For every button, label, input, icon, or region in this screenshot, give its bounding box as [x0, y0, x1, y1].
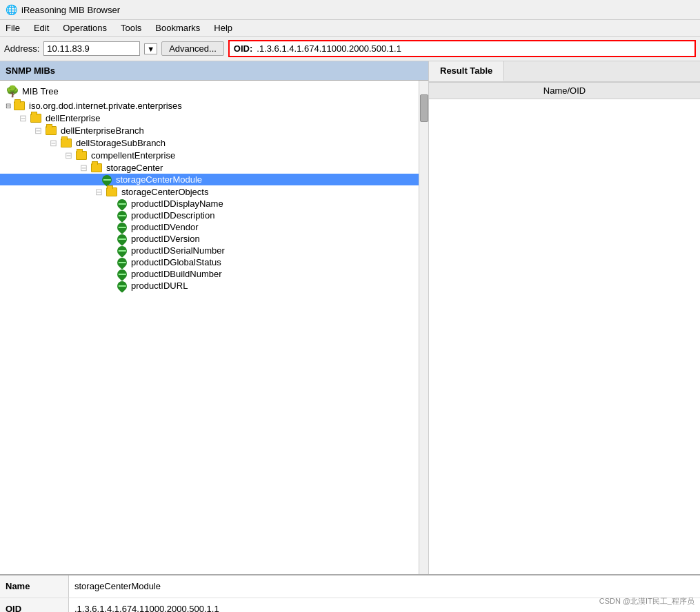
leaf-icon	[115, 279, 129, 293]
node-compellententerprise[interactable]: ⊟ compellentEnterprise	[0, 150, 419, 161]
node-label: storageCenterModule	[116, 174, 202, 185]
app-icon: 🌐	[6, 4, 17, 15]
bottom-panel: Name storageCenterModule OID .1.3.6.1.4.…	[0, 574, 700, 612]
address-bar: Address: ▼ Advanced... OID: .1.3.6.1.4.1…	[0, 37, 700, 61]
node-productidglobalstatus[interactable]: productIDGlobalStatus	[0, 256, 419, 268]
node-productiddisplayname[interactable]: productIDDisplayName	[0, 198, 419, 210]
node-label: productIDDescription	[131, 210, 214, 221]
leaf-icon	[115, 256, 129, 269]
node-productidurl[interactable]: productIDURL	[0, 280, 419, 292]
leaf-icon	[115, 197, 129, 211]
node-label: productIDGlobalStatus	[131, 257, 221, 267]
menu-help[interactable]: Help	[211, 21, 235, 34]
tree-node: ⊟ compellentEnterprise ⊟	[0, 149, 419, 294]
node-label: dellStorageSubBranch	[76, 138, 166, 148]
menu-tools[interactable]: Tools	[118, 21, 144, 34]
node-productidvendor[interactable]: productIDVendor	[0, 221, 419, 233]
node-label: iso.org.dod.internet.private.enterprises	[29, 101, 182, 111]
right-panel: Result Table Name/OID	[429, 61, 700, 574]
node-dellenterprise[interactable]: ⊟ dellEnterprise	[0, 112, 419, 124]
node-label: dellEnterprise	[46, 113, 101, 123]
tree-icon: 🌳	[6, 85, 19, 98]
info-label-oid: OID	[0, 598, 69, 612]
result-table-content	[429, 99, 700, 574]
tree-node: ⊟ iso.org.dod.internet.private.enterpris…	[0, 99, 419, 296]
node-storagecentermodule[interactable]: storageCenterModule	[0, 174, 419, 185]
tree-node: ⊟ dellStorageSubBranch ⊟ compel	[0, 136, 419, 294]
address-label: Address:	[4, 43, 39, 54]
oid-label: OID:	[234, 43, 252, 54]
leaf-icon	[115, 244, 129, 258]
leaf-icon	[115, 267, 129, 281]
menu-file[interactable]: File	[3, 21, 23, 34]
node-productiddescription[interactable]: productIDDescription	[0, 210, 419, 221]
node-label: productIDURL	[131, 280, 188, 291]
tab-bar: Result Table	[429, 61, 700, 81]
dropdown-arrow[interactable]: ▼	[144, 43, 157, 54]
tree-scrollbar[interactable]	[419, 81, 428, 574]
node-dellenterprisebranch[interactable]: ⊟ dellEnterpriseBranch	[0, 125, 419, 136]
folder-icon	[106, 187, 117, 196]
tree-root-label: MIB Tree	[22, 86, 59, 96]
menu-operations[interactable]: Operations	[60, 21, 110, 34]
folder-icon	[76, 151, 87, 160]
oid-section: OID: .1.3.6.1.4.1.674.11000.2000.500.1.1	[228, 40, 696, 57]
result-table-header: Result Table	[429, 61, 700, 83]
app-title: iReasoning MIB Browser	[21, 5, 120, 15]
leaf-icon	[115, 221, 129, 234]
title-bar: 🌐 iReasoning MIB Browser	[0, 0, 700, 20]
snmp-header: SNMP MIBs	[0, 61, 428, 81]
tab-result-table[interactable]: Result Table	[429, 61, 504, 81]
info-value-name: storageCenterModule	[69, 575, 700, 598]
scrollbar-thumb[interactable]	[420, 94, 428, 122]
node-productidserialnumber[interactable]: productIDSerialNumber	[0, 245, 419, 256]
node-productidversion[interactable]: productIDVersion	[0, 233, 419, 245]
left-panel: SNMP MIBs 🌳 MIB Tree ⊟ iso.org.dod.inter…	[0, 61, 429, 574]
node-label: storageCenterObjects	[121, 187, 208, 197]
node-label: dellEnterpriseBranch	[61, 125, 144, 136]
address-input[interactable]	[43, 41, 140, 56]
node-label: productIDBuildNumber	[131, 269, 222, 279]
leaf-icon	[115, 232, 129, 246]
node-iso[interactable]: ⊟ iso.org.dod.internet.private.enterpris…	[0, 100, 419, 112]
node-storagecenter[interactable]: ⊟ storageCenter	[0, 162, 419, 174]
menu-edit[interactable]: Edit	[31, 21, 52, 34]
mib-tree-area[interactable]: 🌳 MIB Tree ⊟ iso.org.dod.internet.privat…	[0, 81, 419, 574]
leaf-icon	[100, 173, 114, 187]
tree-node: ⊟ storageCenter storageCenterModule	[0, 161, 419, 293]
leaf-icon	[115, 209, 129, 223]
oid-value: .1.3.6.1.4.1.674.11000.2000.500.1.1	[257, 43, 690, 54]
node-dellstoragesubbranch[interactable]: ⊟ dellStorageSubBranch	[0, 137, 419, 149]
menu-bookmarks[interactable]: Bookmarks	[152, 21, 203, 34]
node-label: productIDVersion	[131, 234, 200, 244]
info-label-name: Name	[0, 575, 69, 598]
node-label: productIDSerialNumber	[131, 245, 225, 256]
node-label: productIDVendor	[131, 222, 199, 232]
menu-bar: File Edit Operations Tools Bookmarks Hel…	[0, 20, 700, 37]
folder-icon	[30, 114, 41, 123]
node-productidbuildnumber[interactable]: productIDBuildNumber	[0, 268, 419, 280]
tree-root: 🌳 MIB Tree	[0, 83, 419, 99]
node-label: compellentEnterprise	[91, 150, 175, 161]
tree-node: ⊟ storageCenterObjects productID	[0, 185, 419, 292]
folder-icon	[14, 101, 25, 110]
node-storagecenterobjects[interactable]: ⊟ storageCenterObjects	[0, 186, 419, 198]
advanced-button[interactable]: Advanced...	[161, 41, 224, 56]
tree-node: ⊟ dellEnterprise ⊟ dellEnterpriseBranch	[0, 112, 419, 296]
main-content: SNMP MIBs 🌳 MIB Tree ⊟ iso.org.dod.inter…	[0, 61, 700, 574]
folder-icon	[61, 139, 72, 147]
node-label: storageCenter	[106, 163, 163, 173]
tree-node: ⊟ dellEnterpriseBranch ⊟ dellStorageSubB…	[0, 124, 419, 295]
node-label: productIDDisplayName	[131, 198, 223, 209]
folder-icon	[46, 126, 57, 135]
folder-icon	[91, 163, 102, 172]
expand-icon: ⊟	[6, 102, 12, 110]
result-col-header: Name/OID	[429, 83, 700, 99]
info-value-oid: .1.3.6.1.4.1.674.11000.2000.500.1.1	[69, 598, 700, 612]
